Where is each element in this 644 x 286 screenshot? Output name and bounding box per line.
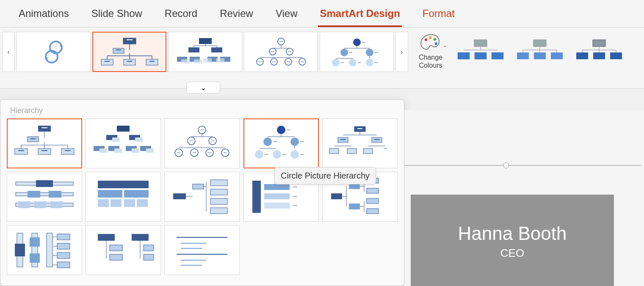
- tab-animations[interactable]: Animations: [17, 4, 71, 23]
- lined-list-icon: [168, 229, 236, 271]
- chevron-left-icon: ‹: [7, 48, 9, 56]
- dropdown-item-table-hierarchy[interactable]: [86, 172, 161, 222]
- svg-rect-233: [132, 234, 149, 241]
- dropdown-item-labeled-hierarchy[interactable]: [7, 172, 82, 222]
- svg-rect-221: [30, 237, 40, 247]
- svg-rect-31: [181, 59, 190, 63]
- dropdown-caret-icon: ⌄: [443, 42, 447, 48]
- svg-rect-180: [34, 201, 46, 208]
- svg-rect-79: [533, 40, 546, 47]
- svg-rect-188: [137, 199, 148, 207]
- horiz-org-icon: [168, 176, 236, 218]
- svg-point-68: [434, 38, 436, 41]
- svg-rect-185: [98, 199, 109, 207]
- svg-rect-119: [114, 148, 122, 153]
- style-option-2[interactable]: [512, 34, 567, 68]
- svg-rect-184: [124, 190, 149, 198]
- dropdown-item-horizontal-labeled-hierarchy[interactable]: [7, 225, 82, 275]
- layout-option-hierarchy[interactable]: [168, 32, 242, 72]
- layout-option-circle-picture-hierarchy[interactable]: [320, 32, 394, 72]
- svg-rect-196: [210, 198, 227, 204]
- style-option-1[interactable]: [453, 34, 508, 68]
- cycle-icon: [22, 36, 86, 69]
- svg-rect-15: [105, 61, 110, 62]
- gallery-next-button[interactable]: ›: [395, 32, 408, 72]
- circle-picture-icon: [325, 36, 389, 69]
- svg-rect-197: [210, 208, 227, 214]
- svg-rect-97: [38, 126, 51, 132]
- svg-point-55: [366, 49, 373, 56]
- smartart-node-ceo[interactable]: Hanna Booth CEO: [411, 195, 614, 286]
- dropdown-item-circle-picture-hierarchy[interactable]: [243, 118, 319, 168]
- svg-rect-89: [576, 52, 588, 59]
- tab-review[interactable]: Review: [218, 4, 255, 23]
- svg-rect-115: [112, 138, 120, 142]
- dropdown-item-hierarchy-list[interactable]: [86, 225, 161, 275]
- tab-smartart-design[interactable]: SmartArt Design: [318, 4, 401, 27]
- svg-rect-238: [144, 245, 154, 251]
- dropdown-item-name-title-org-chart[interactable]: [86, 118, 161, 168]
- svg-rect-171: [363, 148, 373, 154]
- svg-rect-108: [61, 148, 74, 154]
- circle-picture-icon: [247, 122, 315, 165]
- svg-rect-18: [199, 38, 212, 44]
- svg-rect-77: [475, 52, 486, 59]
- svg-rect-164: [340, 139, 345, 140]
- table-hierarchy-icon: [89, 176, 157, 218]
- svg-rect-175: [16, 192, 73, 196]
- svg-rect-170: [347, 148, 357, 154]
- dropdown-item-horizontal-org-chart[interactable]: [164, 172, 240, 222]
- selection-edge: [404, 165, 641, 166]
- node-title: CEO: [500, 247, 524, 260]
- tab-format[interactable]: Format: [421, 4, 456, 23]
- gallery-prev-button[interactable]: ‹: [2, 32, 15, 72]
- layout-option-organization-chart[interactable]: [92, 32, 166, 72]
- svg-rect-227: [57, 262, 70, 268]
- dropdown-item-organization-chart[interactable]: [7, 118, 82, 168]
- svg-rect-90: [593, 52, 605, 59]
- svg-rect-101: [30, 138, 36, 139]
- svg-rect-3: [127, 39, 133, 40]
- tab-record[interactable]: Record: [163, 4, 199, 23]
- slide-canvas[interactable]: Hanna Booth CEO: [404, 110, 644, 286]
- svg-rect-209: [349, 204, 360, 209]
- svg-rect-88: [593, 40, 605, 47]
- svg-rect-5: [113, 48, 124, 53]
- layout-option-cycle[interactable]: [17, 32, 91, 72]
- svg-point-69: [435, 42, 437, 45]
- change-colours-button[interactable]: ⌄ Change Colours: [417, 32, 445, 72]
- svg-rect-19: [188, 47, 199, 52]
- svg-point-62: [366, 59, 373, 66]
- svg-rect-169: [329, 148, 339, 154]
- svg-rect-123: [132, 148, 139, 153]
- style1-icon: [455, 37, 506, 65]
- svg-rect-82: [551, 52, 563, 59]
- svg-rect-186: [111, 199, 122, 207]
- svg-rect-121: [135, 138, 143, 142]
- svg-point-157: [290, 150, 299, 159]
- selection-handle[interactable]: [503, 162, 509, 168]
- svg-rect-13: [124, 59, 135, 65]
- ribbon: ‹: [0, 28, 644, 89]
- name-title-icon: [89, 122, 157, 165]
- svg-rect-236: [110, 245, 122, 251]
- svg-rect-195: [210, 189, 227, 195]
- svg-rect-217: [367, 209, 379, 214]
- dropdown-item-half-circle-org-chart[interactable]: [164, 118, 240, 168]
- tooltip: Circle Picture Hierarchy: [274, 167, 376, 184]
- tab-view[interactable]: View: [274, 4, 299, 23]
- style-option-3[interactable]: [572, 34, 627, 68]
- svg-rect-174: [36, 180, 53, 187]
- svg-point-67: [429, 36, 431, 39]
- layout-option-half-circle-hierarchy[interactable]: [244, 32, 318, 72]
- svg-rect-76: [458, 52, 470, 59]
- style3-icon: [574, 37, 625, 65]
- layout-gallery-expand-button[interactable]: ⌄: [186, 82, 220, 94]
- tab-slide-show[interactable]: Slide Show: [90, 4, 144, 23]
- dropdown-item-hierarchy[interactable]: [322, 118, 398, 168]
- dropdown-item-lined-list[interactable]: [164, 225, 240, 275]
- svg-point-54: [340, 49, 348, 56]
- svg-rect-201: [264, 203, 290, 209]
- svg-rect-160: [357, 128, 362, 129]
- svg-rect-70: [474, 40, 487, 47]
